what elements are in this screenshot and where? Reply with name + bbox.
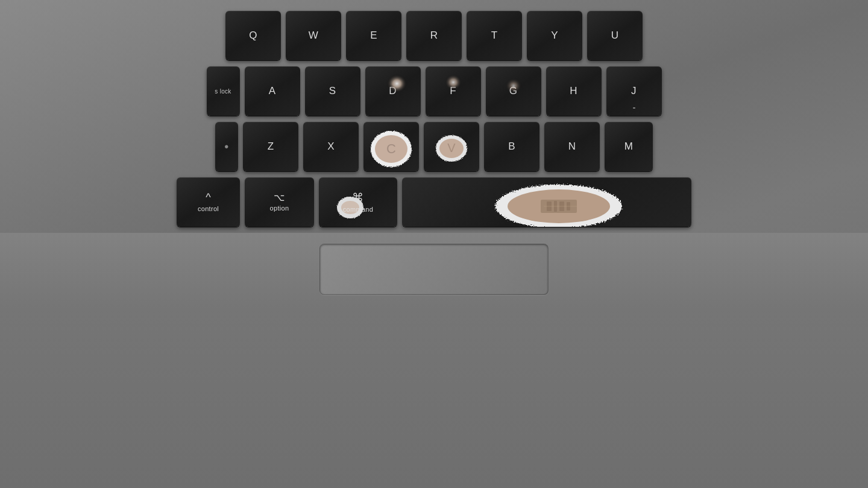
trackpad[interactable] [319,244,549,295]
row-zxcv: • Z X [215,122,653,171]
svg-point-11 [495,185,622,227]
key-v[interactable]: V [424,122,479,171]
key-g[interactable]: G [486,66,541,116]
key-b[interactable]: B [484,122,539,171]
svg-point-3 [371,131,412,167]
svg-point-4 [375,135,407,163]
svg-point-7 [439,139,464,158]
key-x[interactable]: X [303,122,359,171]
key-j[interactable]: J [606,66,662,116]
key-option[interactable]: ⌥ option [245,177,314,227]
key-f[interactable]: F [426,66,481,116]
bottom-area [0,233,868,488]
key-d[interactable]: D [365,66,421,116]
row-modifiers: ^ control ⌥ option ⌘ command [177,177,691,227]
key-control[interactable]: ^ control [177,177,240,227]
svg-point-12 [508,189,610,223]
key-e[interactable]: E [346,11,401,60]
key-v-worn-overlay: V [424,122,479,171]
row-qwerty: Q W E R T Y U [225,11,643,60]
key-w[interactable]: W [286,11,341,60]
key-y[interactable]: Y [527,11,582,60]
svg-text:C: C [386,141,396,156]
key-n[interactable]: N [544,122,600,171]
key-command[interactable]: ⌘ command [319,177,397,227]
row-asdf: s lock A S D F [207,66,662,116]
key-z[interactable]: Z [243,122,298,171]
key-c-worn-overlay: C [363,122,419,171]
key-q[interactable]: Q [225,11,281,60]
key-caps-partial[interactable]: s lock [207,66,240,116]
svg-rect-14 [547,201,552,211]
key-space[interactable] [402,177,691,227]
svg-point-6 [436,135,467,162]
key-a[interactable]: A [245,66,300,116]
key-s[interactable]: S [305,66,360,116]
j-ridge [633,107,635,109]
key-c[interactable]: C [363,122,419,171]
svg-rect-13 [541,200,577,213]
key-r[interactable]: R [406,11,462,60]
key-left-edge: • [215,122,238,171]
key-m[interactable]: M [605,122,653,171]
svg-rect-16 [559,201,564,211]
keyboard-container: Q W E R T Y U s lock A S [0,0,868,488]
key-h[interactable]: H [546,66,602,116]
svg-rect-17 [567,202,570,211]
key-space-worn-overlay [402,177,691,227]
svg-text:V: V [447,141,456,154]
key-t[interactable]: T [467,11,522,60]
svg-rect-15 [554,201,557,212]
key-u[interactable]: U [587,11,643,60]
